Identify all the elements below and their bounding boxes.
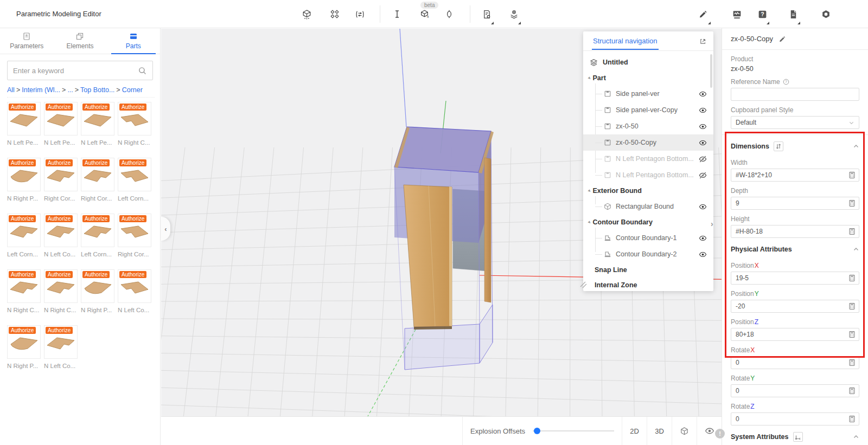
view-2d-button[interactable]: 2D bbox=[622, 417, 647, 445]
cupboard-style-select[interactable]: Default bbox=[731, 116, 859, 129]
tree-item[interactable]: zx-0-50-Copy bbox=[583, 134, 713, 151]
part-list-item[interactable]: AuthorizeRight Cor... bbox=[81, 158, 114, 202]
collapse-chevron-icon[interactable] bbox=[853, 246, 859, 253]
part-thumbnail-card[interactable]: Authorize bbox=[7, 158, 41, 191]
authorize-badge[interactable]: Authorize bbox=[9, 327, 36, 334]
part-list-item[interactable]: AuthorizeN Right P... bbox=[7, 325, 41, 369]
tab-parameters[interactable]: Parameters bbox=[0, 28, 53, 54]
tree-group-snap-line[interactable]: Snap Line bbox=[583, 262, 713, 278]
collapse-chevron-icon[interactable] bbox=[853, 143, 859, 150]
part-thumbnail-card[interactable]: Authorize bbox=[44, 269, 78, 303]
depth-input[interactable]: 9 bbox=[731, 197, 859, 210]
eye-icon[interactable] bbox=[699, 203, 707, 211]
part-thumbnail-card[interactable]: Authorize bbox=[7, 325, 41, 359]
height-input[interactable]: #H-80-18 bbox=[731, 225, 859, 238]
authorize-badge[interactable]: Authorize bbox=[46, 271, 73, 278]
authorize-badge[interactable]: Authorize bbox=[46, 104, 73, 111]
authorize-badge[interactable]: Authorize bbox=[82, 215, 110, 222]
model-side-panel[interactable] bbox=[404, 185, 452, 327]
part-thumbnail-card[interactable]: Authorize bbox=[7, 269, 41, 303]
formula-calculator-icon[interactable] bbox=[848, 200, 856, 207]
authorize-badge[interactable]: Authorize bbox=[119, 271, 146, 278]
part-thumbnail-card[interactable]: Authorize bbox=[7, 214, 41, 247]
tree-item[interactable]: N Left Pentagon Bottom... bbox=[583, 151, 713, 167]
formula-calculator-icon[interactable] bbox=[848, 359, 856, 366]
formula-calculator-icon[interactable] bbox=[848, 416, 856, 423]
authorize-badge[interactable]: Authorize bbox=[82, 159, 110, 166]
breadcrumb-link[interactable]: Top Botto... bbox=[80, 86, 114, 94]
breadcrumb-link[interactable]: Corner bbox=[122, 86, 143, 94]
part-thumbnail-card[interactable]: Authorize bbox=[44, 158, 78, 191]
part-thumbnail-card[interactable]: Authorize bbox=[118, 214, 151, 247]
part-list-item[interactable]: AuthorizeN Left Pe... bbox=[7, 102, 41, 146]
cube-view-button[interactable] bbox=[672, 417, 697, 445]
tree-item[interactable]: Side panel-ver bbox=[583, 86, 713, 102]
authorize-badge[interactable]: Authorize bbox=[119, 159, 146, 166]
part-thumbnail-card[interactable]: Authorize bbox=[81, 158, 114, 191]
collapse-chevron-icon[interactable] bbox=[853, 434, 859, 440]
view-3d-button[interactable]: 3D bbox=[647, 417, 672, 445]
part-thumbnail-card[interactable]: Authorize bbox=[44, 102, 78, 136]
model-bounds-right[interactable] bbox=[480, 305, 493, 363]
part-thumbnail-card[interactable]: Authorize bbox=[81, 214, 114, 247]
breadcrumb-link[interactable]: All bbox=[7, 86, 15, 94]
warning-icon[interactable]: ! bbox=[715, 429, 725, 438]
authorize-badge[interactable]: Authorize bbox=[119, 215, 146, 222]
eye-icon[interactable] bbox=[699, 234, 707, 242]
width-input[interactable]: #W-18*2+10 bbox=[731, 169, 859, 182]
part-thumbnail-card[interactable]: Authorize bbox=[118, 102, 151, 136]
system-axes-icon[interactable] bbox=[793, 432, 803, 442]
formula-calculator-icon[interactable] bbox=[848, 172, 856, 179]
part-list-item[interactable]: AuthorizeRight Cor... bbox=[118, 214, 151, 257]
edit-name-icon[interactable] bbox=[778, 35, 786, 43]
rotate-x-input[interactable]: 0 bbox=[731, 356, 859, 369]
tab-elements[interactable]: Elements bbox=[53, 28, 106, 54]
rotate-y-input[interactable]: 0 bbox=[731, 384, 859, 397]
part-list-item[interactable]: AuthorizeRight Cor... bbox=[44, 158, 78, 202]
part-list-item[interactable]: AuthorizeN Left Co... bbox=[118, 269, 151, 313]
panel-expand-chevron[interactable]: › bbox=[711, 220, 713, 228]
authorize-badge[interactable]: Authorize bbox=[9, 159, 36, 166]
tree-root-item[interactable]: Untitled bbox=[583, 54, 713, 70]
part-thumbnail-card[interactable]: Authorize bbox=[81, 102, 114, 136]
authorize-badge[interactable]: Authorize bbox=[119, 104, 146, 111]
part-list-item[interactable]: AuthorizeN Right P... bbox=[7, 158, 41, 202]
eye-off-icon[interactable] bbox=[699, 155, 707, 163]
tree-item[interactable]: zx-0-50 bbox=[583, 118, 713, 134]
resize-handle[interactable] bbox=[579, 281, 587, 288]
tree-group-exterior-bound[interactable]: ▾Exterior Bound bbox=[583, 183, 713, 198]
authorize-badge[interactable]: Authorize bbox=[9, 271, 36, 278]
part-thumbnail-card[interactable]: Authorize bbox=[118, 269, 151, 303]
search-icon[interactable] bbox=[138, 66, 147, 75]
tree-item[interactable]: N Left Pentagon Bottom... bbox=[583, 167, 713, 183]
authorize-badge[interactable]: Authorize bbox=[46, 327, 73, 334]
authorize-badge[interactable]: Authorize bbox=[46, 159, 73, 166]
position-z-input[interactable]: 80+18 bbox=[731, 328, 859, 341]
tree-group-part[interactable]: ▾Part bbox=[583, 70, 713, 86]
rotate-z-input[interactable]: 0 bbox=[731, 412, 859, 425]
help-circle-icon[interactable]: ? bbox=[783, 79, 789, 85]
part-list-item[interactable]: AuthorizeN Left Pe... bbox=[44, 102, 78, 146]
formula-calculator-icon[interactable] bbox=[848, 228, 856, 235]
eye-icon[interactable] bbox=[699, 90, 707, 98]
part-list-item[interactable]: AuthorizeLeft Corn... bbox=[118, 158, 151, 202]
tree-group-contour-boundary[interactable]: ▾Contour Boundary bbox=[583, 215, 713, 230]
model-side-panel-right[interactable] bbox=[484, 158, 491, 302]
formula-calculator-icon[interactable] bbox=[848, 303, 856, 310]
position-y-input[interactable]: -20 bbox=[731, 300, 859, 313]
part-list-item[interactable]: AuthorizeN Right C... bbox=[7, 269, 41, 313]
dimensions-sort-icon[interactable] bbox=[774, 141, 783, 151]
tree-item[interactable]: Contour Boundary-1 bbox=[583, 230, 713, 246]
reference-name-input[interactable] bbox=[731, 88, 859, 101]
part-list-item[interactable]: AuthorizeN Right C... bbox=[44, 269, 78, 313]
part-thumbnail-card[interactable]: Authorize bbox=[44, 214, 78, 247]
part-list-item[interactable]: AuthorizeLeft Corn... bbox=[7, 214, 41, 257]
formula-calculator-icon[interactable] bbox=[848, 275, 856, 282]
part-list-item[interactable]: AuthorizeN Left Co... bbox=[44, 325, 78, 369]
part-thumbnail-card[interactable]: Authorize bbox=[7, 102, 41, 136]
part-list-item[interactable]: AuthorizeLeft Corn... bbox=[81, 214, 114, 257]
eye-off-icon[interactable] bbox=[699, 171, 707, 179]
part-thumbnail-card[interactable]: Authorize bbox=[118, 158, 151, 191]
formula-calculator-icon[interactable] bbox=[848, 331, 856, 338]
formula-calculator-icon[interactable] bbox=[848, 388, 856, 395]
